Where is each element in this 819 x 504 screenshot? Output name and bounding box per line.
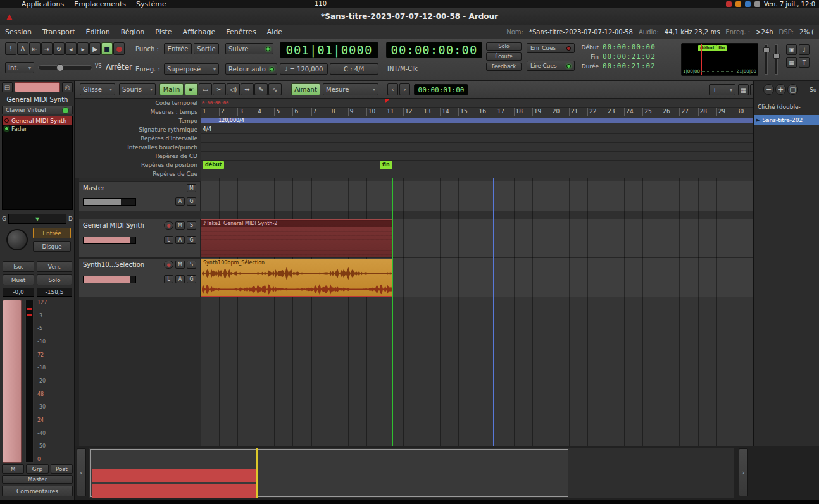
menu-item[interactable]: Édition: [86, 28, 110, 36]
system-clock[interactable]: Ven. 7 juil., 12:0: [764, 1, 815, 8]
mute-button[interactable]: Muet: [3, 274, 34, 285]
mini-end-marker[interactable]: fin: [716, 45, 727, 51]
peak-display[interactable]: -158,5: [37, 288, 72, 297]
solo-button[interactable]: S: [187, 221, 196, 230]
tray-volume-icon[interactable]: [754, 1, 760, 7]
record-arm-button[interactable]: ●: [164, 261, 173, 269]
cut-tool-button[interactable]: ✂: [213, 83, 226, 95]
tray-notification-icon[interactable]: [735, 1, 741, 7]
sync-source-button[interactable]: Int. ▾: [5, 62, 34, 73]
solo-isolate-button[interactable]: Iso.: [3, 261, 34, 272]
marker-add-dropdown[interactable]: + ▾: [709, 84, 735, 95]
group-button[interactable]: G: [187, 197, 196, 206]
pan-widget[interactable]: ▼: [8, 214, 66, 224]
monitor-button[interactable]: Écoute: [486, 52, 522, 61]
tempo-button[interactable]: ♩ = 120,000: [280, 63, 328, 75]
play-button[interactable]: ▶: [89, 42, 101, 55]
record-arm-button[interactable]: ●: [164, 221, 173, 230]
ruler-label[interactable]: Signature rythmique: [75, 125, 201, 134]
processor-led[interactable]: [4, 126, 9, 131]
menu-item[interactable]: Transport: [42, 28, 75, 36]
virtual-keyboard-button[interactable]: Clavier Virtuel: [2, 106, 73, 114]
tempo-ruler[interactable]: 120,000/4: [201, 116, 753, 125]
summary-scroll-right-button[interactable]: ›: [739, 448, 748, 496]
track-fader[interactable]: [83, 198, 136, 206]
ruler-label[interactable]: Repères d'intervalle: [75, 134, 201, 143]
processor-item[interactable]: General MIDI Synth: [3, 116, 72, 125]
position-marker[interactable]: début: [203, 161, 224, 169]
track-name[interactable]: Master: [83, 185, 104, 192]
midi-panic-button[interactable]: !: [5, 42, 16, 55]
trim-knob[interactable]: [6, 229, 28, 250]
track-header-midi[interactable]: General MIDI Synth ● M S L A G: [79, 219, 201, 258]
nudge-forward-button[interactable]: ›: [399, 83, 410, 95]
zoom-in-button[interactable]: +: [775, 84, 786, 95]
forward-button[interactable]: ▸: [77, 42, 89, 55]
ruler-label[interactable]: Repères de CD: [75, 152, 201, 161]
follow-edits-dropdown[interactable]: Suivre: [225, 43, 273, 54]
monitor-input-button[interactable]: Entrée: [33, 228, 71, 238]
save-icon[interactable]: ▤: [2, 82, 13, 92]
cd-markers-ruler[interactable]: [201, 152, 753, 161]
ruler-label[interactable]: Mesures : temps: [75, 108, 201, 116]
panel-tab-label[interactable]: So: [810, 87, 816, 93]
tray-record-icon[interactable]: [726, 1, 732, 7]
ruler-label[interactable]: Tempo: [75, 116, 201, 125]
click-fader-thumb[interactable]: [773, 54, 780, 59]
punch-in-button[interactable]: Entrée: [164, 43, 192, 54]
playhead-marker[interactable]: [385, 99, 390, 104]
audition-tool-button[interactable]: ◁): [227, 83, 240, 95]
ruler-label[interactable]: Repères de position: [75, 161, 201, 169]
eye-icon[interactable]: ◎: [62, 82, 73, 92]
system-menu[interactable]: Applications: [22, 0, 64, 8]
track-name[interactable]: Synth10...Sélection: [83, 261, 144, 268]
solo-button[interactable]: S: [187, 261, 196, 269]
loop-punch-ruler[interactable]: [201, 143, 753, 152]
midi-region[interactable]: ♪Take1_General MIDI Synth-2: [201, 219, 392, 257]
track-fader[interactable]: [83, 276, 136, 283]
mixer-view-button[interactable]: ▦: [786, 57, 797, 68]
mute-button[interactable]: M: [175, 261, 185, 269]
gain-fader[interactable]: [3, 300, 22, 463]
tempo-marker[interactable]: 120,000/4: [218, 118, 244, 123]
position-markers-ruler[interactable]: débutfin: [201, 161, 753, 169]
editor-canvas[interactable]: ♪Take1_General MIDI Synth-2 Synth100bpm_…: [201, 99, 753, 446]
ruler-label[interactable]: Code temporel: [75, 99, 201, 108]
position-marker[interactable]: fin: [380, 161, 392, 169]
timecode-ruler[interactable]: 0:00:00:00: [201, 99, 753, 108]
layers-button[interactable]: ▣: [786, 44, 797, 55]
goto-start-button[interactable]: ⇤: [29, 42, 41, 55]
menu-item[interactable]: Piste: [155, 28, 172, 36]
metronome-small-button[interactable]: ♩: [799, 44, 810, 55]
ruler-label[interactable]: Intervalles boucle/punch: [75, 143, 201, 152]
metering-button[interactable]: Grp: [26, 464, 48, 474]
snap-mode-button[interactable]: Aimant: [291, 83, 320, 95]
automation-button[interactable]: A: [175, 197, 185, 206]
edit-point-dropdown[interactable]: Souris ▾: [119, 83, 156, 95]
shuttle-control[interactable]: [38, 65, 92, 70]
summary-canvas[interactable]: [89, 448, 734, 498]
timeline-rulers[interactable]: 0:00:00:00 12345678910111213141516171819…: [201, 99, 753, 178]
strip-name[interactable]: General MIDI Synth: [2, 96, 73, 103]
ruler-label[interactable]: Repères de Cue: [75, 169, 201, 178]
monitor-fader-thumb[interactable]: [763, 47, 770, 52]
rec-mode-dropdown[interactable]: Superposé ▾: [164, 63, 219, 75]
shuttle-thumb[interactable]: [56, 64, 64, 71]
metering-button[interactable]: Post: [51, 464, 73, 474]
monitor-t-button[interactable]: T: [799, 57, 810, 68]
menu-item[interactable]: Session: [5, 28, 32, 36]
metering-button[interactable]: M: [2, 464, 24, 474]
range-tool-button[interactable]: ▭: [199, 83, 212, 95]
goto-end-button[interactable]: ⇥: [41, 42, 53, 55]
processor-led[interactable]: [4, 118, 9, 123]
processor-box[interactable]: General MIDI Synth Fader: [2, 116, 73, 210]
cue-button[interactable]: Enr Cues: [527, 43, 575, 53]
solo-lock-button[interactable]: Verr.: [37, 261, 72, 272]
metronome-button[interactable]: Δ: [17, 42, 28, 55]
processor-item[interactable]: Fader: [3, 125, 72, 133]
output-master-button[interactable]: Master: [2, 475, 73, 484]
primary-clock[interactable]: 001|01|0000: [280, 42, 378, 58]
rewind-button[interactable]: ◂: [65, 42, 77, 55]
record-button[interactable]: ●: [113, 42, 125, 55]
summary-scroll-left-button[interactable]: ‹: [77, 448, 86, 496]
